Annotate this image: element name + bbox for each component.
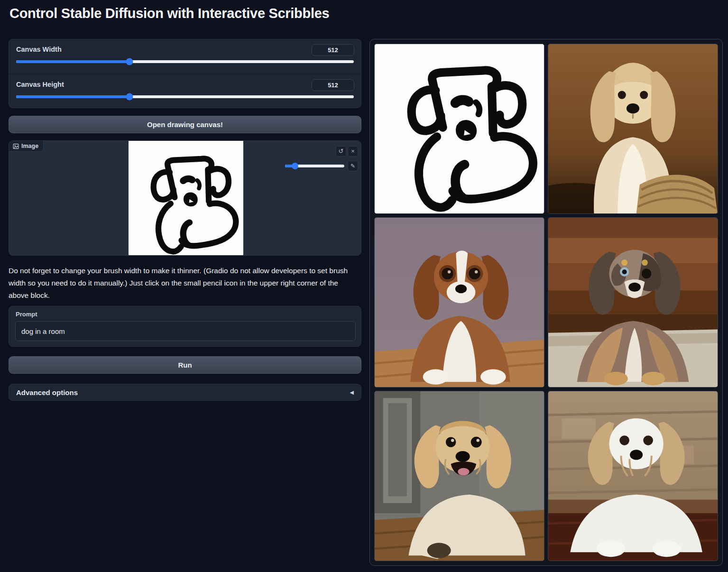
image-icon <box>13 143 19 149</box>
scribble-nose <box>456 120 477 141</box>
canvas-height-slider-thumb[interactable] <box>126 93 133 101</box>
canvas-height-number-input[interactable] <box>312 79 354 91</box>
gallery-item-generated-3[interactable] <box>548 217 718 387</box>
scribble-left-eye <box>183 179 192 181</box>
canvas-width-slider-thumb[interactable] <box>126 58 133 65</box>
canvas-size-panel: Canvas Width Canvas Height <box>9 39 361 108</box>
scribble-body-left <box>158 203 181 251</box>
sketch-preview-canvas[interactable] <box>129 141 243 255</box>
brush-width-slider-thumb[interactable] <box>292 163 298 169</box>
canvas-height-label: Canvas Height <box>16 81 64 88</box>
scribble-right-ear <box>211 169 229 195</box>
gallery-item-generated-4[interactable] <box>374 391 544 561</box>
canvas-width-slider[interactable] <box>16 60 354 63</box>
generated-dog-photo-1 <box>548 44 718 213</box>
brush-width-note: Do not forget to change your brush width… <box>9 265 360 302</box>
generated-dog-photo-3 <box>548 218 718 387</box>
brush-pencil-icon[interactable]: ✎ <box>348 161 358 171</box>
open-drawing-canvas-button[interactable]: Open drawing canvas! <box>9 116 361 133</box>
image-block-label: Image <box>21 143 38 149</box>
image-editor-block: Image ↺ × ✎ <box>9 140 361 256</box>
scribble-nose <box>184 193 198 207</box>
canvas-width-label: Canvas Width <box>16 46 62 53</box>
scribble-right-eye <box>197 180 200 188</box>
generated-dog-photo-2 <box>375 218 544 387</box>
page-title: Control Stable Diffusion with Interactiv… <box>9 6 329 21</box>
gallery-item-generated-2[interactable] <box>374 217 544 387</box>
app-window: Control Stable Diffusion with Interactiv… <box>0 0 728 572</box>
result-gallery <box>369 39 723 566</box>
prompt-panel: Prompt <box>9 306 361 347</box>
scribble-right-ear <box>496 85 522 124</box>
run-button[interactable]: Run <box>9 356 361 374</box>
advanced-options-label: Advanced options <box>16 388 78 397</box>
close-icon[interactable]: × <box>348 146 358 157</box>
dog-scribble-drawing <box>129 141 243 256</box>
scribble-front-leg <box>455 165 465 198</box>
prompt-label: Prompt <box>16 311 37 318</box>
generated-dog-photo-4 <box>375 391 544 561</box>
brush-width-slider[interactable] <box>285 165 344 167</box>
generated-dog-photo-5 <box>548 391 718 561</box>
scribble-right-eye <box>476 102 479 114</box>
image-block-label-chip: Image <box>9 141 44 152</box>
scribble-body-left <box>419 137 452 207</box>
scribble-front-leg <box>183 222 189 245</box>
prompt-input[interactable] <box>15 321 356 341</box>
canvas-width-row: Canvas Width <box>9 39 361 74</box>
canvas-width-number-input[interactable] <box>312 44 354 56</box>
gallery-item-generated-5[interactable] <box>548 391 718 561</box>
advanced-options-accordion[interactable]: Advanced options ◀ <box>9 384 361 401</box>
dog-scribble-drawing-large <box>375 44 544 213</box>
undo-icon[interactable]: ↺ <box>336 146 346 157</box>
gallery-item-generated-1[interactable] <box>548 44 718 214</box>
canvas-height-row: Canvas Height <box>9 74 361 108</box>
canvas-height-slider[interactable] <box>16 95 354 98</box>
gallery-item-scribble[interactable] <box>374 44 544 214</box>
canvas-width-slider-fill <box>16 60 129 63</box>
scribble-left-eye <box>455 100 469 103</box>
chevron-left-icon: ◀ <box>350 389 354 396</box>
canvas-height-slider-fill <box>16 95 129 98</box>
